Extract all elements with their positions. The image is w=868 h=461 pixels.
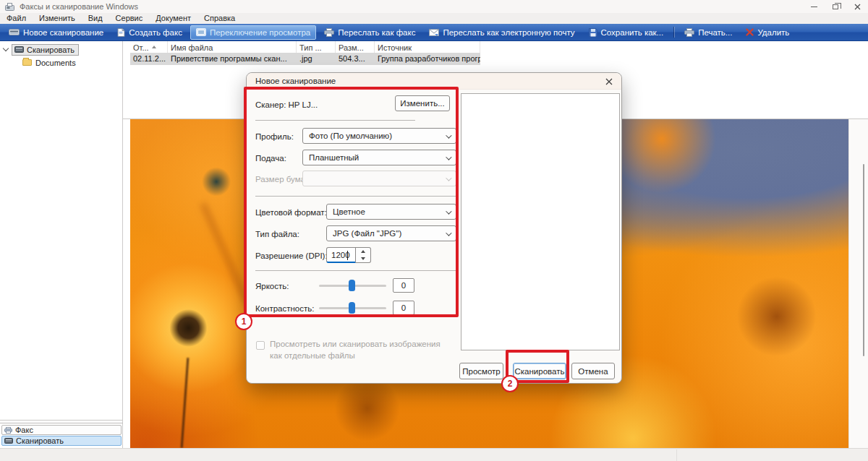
file-type-select[interactable]: JPG (Файл "JPG") [326, 225, 456, 241]
toolbar-button-print[interactable]: Печать... [678, 25, 738, 40]
toolbar-button-new-fax[interactable]: Создать факс [111, 25, 188, 40]
slider-handle[interactable] [349, 302, 355, 314]
toolbar-separator [673, 27, 674, 38]
toolbar-label: Переключение просмотра [210, 28, 310, 37]
text-cursor [347, 251, 348, 260]
chevron-down-icon [446, 175, 451, 181]
new-scan-dialog: Новое сканирование Сканер: HP LJ... Изме… [246, 72, 622, 384]
column-header-type[interactable]: Тип ... [297, 41, 336, 53]
menu-document[interactable]: Документ [149, 13, 197, 24]
menu-view[interactable]: Вид [82, 13, 109, 24]
toolbar-label: Переслать как факс [338, 28, 415, 37]
contrast-value[interactable]: 0 [393, 301, 414, 315]
toolbar-button-save-as[interactable]: Сохранить как... [583, 25, 670, 40]
preview-button[interactable]: Просмотр [459, 363, 503, 379]
toolbar-label: Удалить [757, 28, 789, 37]
sidebar-nav: Факс Сканировать [0, 423, 123, 447]
nav-item-scan[interactable]: Сканировать [1, 436, 122, 446]
status-strip-divider [676, 449, 677, 461]
tree-item-label: Documents [35, 59, 76, 67]
close-icon [605, 78, 613, 85]
toolbar-button-delete[interactable]: Удалить [740, 25, 795, 40]
nav-item-label: Факс [15, 426, 33, 434]
cancel-button[interactable]: Отмена [571, 363, 615, 379]
column-header-from[interactable]: От... [130, 41, 168, 53]
resolution-stepper[interactable] [356, 247, 371, 263]
menu-file[interactable]: Файл [0, 13, 33, 24]
sidebar-item-documents[interactable]: Documents [0, 56, 122, 69]
close-button[interactable] [846, 0, 868, 13]
chevron-down-icon [3, 46, 9, 51]
toolbar-label: Создать факс [129, 28, 182, 37]
restore-button[interactable] [825, 0, 846, 13]
chevron-down-icon [446, 230, 451, 236]
stepper-up-button[interactable] [356, 248, 370, 255]
divider [255, 120, 415, 121]
scrollbar-thumb[interactable] [863, 164, 864, 356]
feed-select[interactable]: Планшетный [302, 150, 456, 165]
brightness-slider[interactable] [319, 285, 386, 287]
vertical-scrollbar[interactable] [848, 119, 868, 448]
new-fax-icon [117, 28, 125, 37]
app-fax-icon [5, 3, 14, 11]
separate-files-checkbox[interactable] [256, 341, 265, 350]
save-icon [589, 28, 597, 37]
print-icon [684, 28, 694, 37]
resolution-input[interactable]: 1200 [326, 247, 356, 263]
cell-source: Группа разработчиков програ... [375, 53, 480, 65]
divider [255, 270, 458, 271]
menu-edit[interactable]: Изменить [33, 13, 82, 24]
toolbar-button-forward-as-email[interactable]: Переслать как электронную почту [423, 25, 580, 40]
forward-fax-icon [324, 28, 334, 37]
dialog-close-button[interactable] [602, 75, 616, 87]
menu-tools[interactable]: Сервис [109, 13, 150, 24]
column-header-source[interactable]: Источник [375, 41, 480, 53]
brightness-label: Яркость: [255, 282, 289, 290]
contrast-slider[interactable] [319, 307, 386, 309]
sort-ascending-icon [152, 46, 156, 48]
file-type-label: Тип файла: [255, 230, 299, 238]
contrast-label: Контрастность: [255, 304, 314, 313]
list-header: От... Имя файла Тип ... Разм... Источник [130, 41, 480, 53]
toolbar-label: Печать... [698, 28, 732, 37]
fax-icon [4, 427, 12, 434]
toolbar-label: Новое сканирование [23, 28, 103, 37]
forward-email-icon [429, 29, 439, 36]
delete-icon [746, 28, 754, 36]
menu-help[interactable]: Справка [197, 13, 242, 24]
folder-sidebar: Сканировать Documents Факс Сканировать [0, 41, 123, 448]
flower-stem [181, 358, 190, 448]
minimize-button[interactable] [803, 0, 825, 13]
column-header-size[interactable]: Разм... [336, 41, 375, 53]
paper-size-select [302, 171, 456, 186]
toolbar-button-toggle-view[interactable]: Переключение просмотра [190, 25, 316, 40]
toolbar-button-new-scan[interactable]: Новое сканирование [3, 25, 109, 40]
flower-stem [200, 202, 251, 307]
minimize-icon [811, 7, 817, 7]
stepper-down-button[interactable] [356, 255, 370, 262]
nav-item-fax[interactable]: Факс [1, 425, 122, 435]
toolbar: Новое сканирование Создать факс Переключ… [0, 24, 868, 41]
menu-bar: Файл Изменить Вид Сервис Документ Справк… [0, 13, 868, 24]
toolbar-button-forward-as-fax[interactable]: Переслать как факс [318, 25, 421, 40]
scan-button[interactable]: Сканировать [513, 363, 566, 379]
color-format-select[interactable]: Цветное [326, 204, 456, 220]
feed-label: Подача: [255, 154, 286, 163]
profile-select[interactable]: Фото (По умолчанию) [302, 128, 456, 144]
slider-handle[interactable] [349, 280, 355, 291]
change-scanner-button[interactable]: Изменить... [395, 95, 450, 111]
window-title: Факсы и сканирование Windows [20, 2, 138, 11]
chevron-down-icon [446, 132, 451, 138]
arrow-down-icon [361, 257, 365, 260]
toolbar-label: Сохранить как... [601, 28, 664, 37]
color-format-label: Цветовой формат: [255, 208, 327, 217]
sidebar-item-scan-root[interactable]: Сканировать [0, 43, 122, 56]
cell-filename: Приветствие программы скан... [168, 53, 297, 65]
column-header-filename[interactable]: Имя файла [168, 41, 297, 53]
table-row-selected[interactable]: 02.11.2... Приветствие программы скан...… [130, 53, 480, 65]
scanner-icon [14, 46, 24, 53]
profile-label: Профиль: [255, 132, 294, 141]
brightness-value[interactable]: 0 [393, 278, 414, 293]
nav-item-label: Сканировать [16, 436, 64, 445]
restore-icon [833, 4, 838, 9]
